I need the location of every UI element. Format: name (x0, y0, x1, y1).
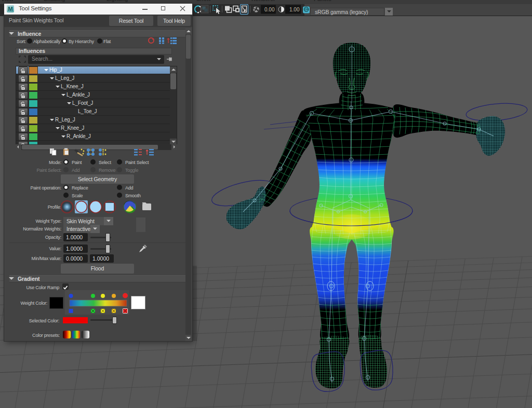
svg-text:ON: ON (305, 8, 309, 11)
svg-text:0.00: 0.00 (264, 7, 275, 12)
svg-text:1.00: 1.00 (289, 7, 300, 12)
